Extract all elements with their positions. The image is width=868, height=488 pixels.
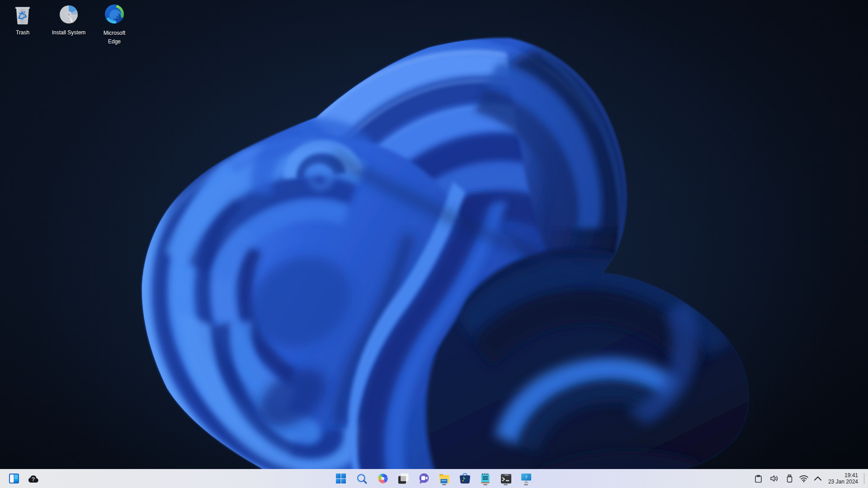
svg-text:?: ? <box>525 475 527 479</box>
svg-text:?: ? <box>32 476 35 483</box>
